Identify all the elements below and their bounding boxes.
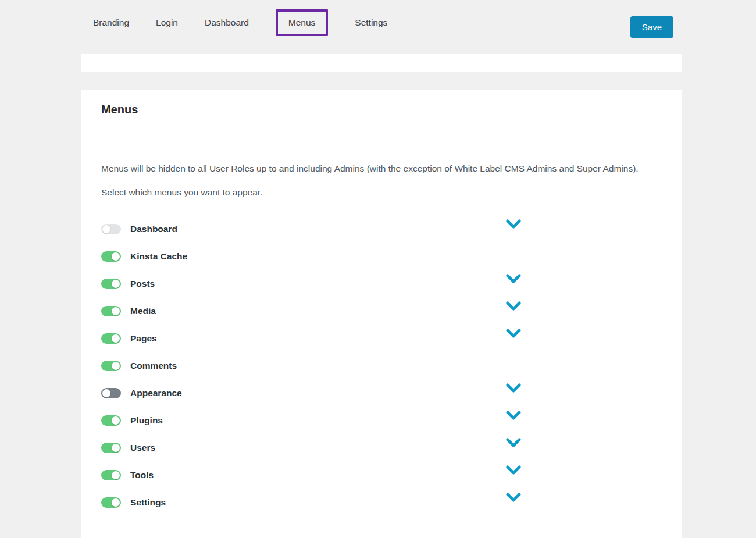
chevron-down-icon[interactable] — [506, 274, 521, 284]
toggle-posts[interactable] — [101, 279, 121, 289]
toggle-kinsta-cache[interactable] — [101, 251, 121, 262]
panel-body: Menus will be hidden to all User Roles u… — [81, 129, 682, 516]
tab-bar: BrandingLoginDashboardMenusSettings — [93, 0, 387, 45]
menu-list: DashboardKinsta CachePostsMediaPagesComm… — [101, 215, 662, 516]
menu-row-posts: Posts — [101, 270, 662, 297]
description-text: Menus will be hidden to all User Roles u… — [101, 159, 651, 177]
menu-row-pages: Pages — [101, 325, 662, 352]
toggle-comments[interactable] — [101, 361, 121, 371]
toggle-appearance[interactable] — [101, 388, 121, 398]
toggle-knob — [112, 334, 120, 343]
menu-label-media: Media — [130, 306, 156, 316]
menu-label-pages: Pages — [130, 333, 157, 344]
save-button[interactable]: Save — [630, 16, 673, 38]
toggle-users[interactable] — [101, 443, 121, 453]
menu-row-kinsta-cache: Kinsta Cache — [101, 243, 662, 270]
chevron-down-icon[interactable] — [506, 383, 521, 393]
menu-label-plugins: Plugins — [130, 415, 163, 426]
chevron-down-icon[interactable] — [506, 219, 521, 229]
toggle-knob — [112, 416, 120, 425]
menu-row-comments: Comments — [101, 352, 662, 379]
toggle-knob — [112, 280, 120, 288]
tab-settings[interactable]: Settings — [355, 17, 387, 28]
toggle-tools[interactable] — [101, 470, 121, 480]
menu-label-dashboard: Dashboard — [130, 224, 177, 234]
menu-label-users: Users — [130, 443, 155, 453]
menu-label-tools: Tools — [130, 470, 154, 480]
tab-dashboard[interactable]: Dashboard — [205, 17, 249, 28]
menu-row-users: Users — [101, 434, 662, 461]
menu-label-appearance: Appearance — [130, 388, 182, 398]
chevron-down-icon[interactable] — [506, 329, 521, 339]
toggle-settings[interactable] — [101, 497, 121, 508]
chevron-down-icon[interactable] — [506, 301, 521, 311]
menu-row-tools: Tools — [101, 461, 662, 489]
toggle-knob — [102, 225, 110, 233]
toggle-pages[interactable] — [101, 333, 121, 344]
tab-login[interactable]: Login — [156, 17, 178, 28]
menu-label-posts: Posts — [130, 279, 155, 289]
tab-branding[interactable]: Branding — [93, 17, 129, 28]
chevron-down-icon[interactable] — [506, 465, 521, 475]
menu-row-plugins: Plugins — [101, 407, 662, 434]
toggle-knob — [112, 307, 120, 315]
toggle-knob — [112, 252, 120, 261]
menu-label-settings: Settings — [130, 497, 166, 508]
panel-title: Menus — [101, 103, 138, 116]
toggle-knob — [112, 498, 120, 507]
menus-panel: Menus Menus will be hidden to all User R… — [81, 90, 682, 538]
chevron-down-icon[interactable] — [506, 493, 521, 503]
tab-menus[interactable]: Menus — [276, 9, 329, 36]
chevron-down-icon[interactable] — [506, 438, 521, 448]
top-navigation: BrandingLoginDashboardMenusSettings Save — [0, 0, 756, 54]
menu-row-media: Media — [101, 297, 662, 325]
toggle-knob — [112, 471, 120, 479]
menu-label-comments: Comments — [130, 361, 177, 371]
toggle-knob — [102, 389, 110, 397]
menu-row-appearance: Appearance — [101, 379, 662, 407]
toggle-knob — [112, 444, 120, 452]
instruction-text: Select which menus you want to appear. — [101, 183, 662, 201]
toggle-knob — [112, 362, 120, 370]
menu-row-settings: Settings — [101, 489, 662, 516]
toggle-dashboard[interactable] — [101, 224, 121, 234]
toggle-media[interactable] — [101, 306, 121, 316]
menu-label-kinsta-cache: Kinsta Cache — [130, 251, 187, 262]
toggle-plugins[interactable] — [101, 415, 121, 426]
chevron-down-icon[interactable] — [506, 411, 521, 421]
panel-header: Menus — [81, 90, 682, 129]
menu-row-dashboard: Dashboard — [101, 215, 662, 243]
header-strip — [81, 54, 682, 72]
